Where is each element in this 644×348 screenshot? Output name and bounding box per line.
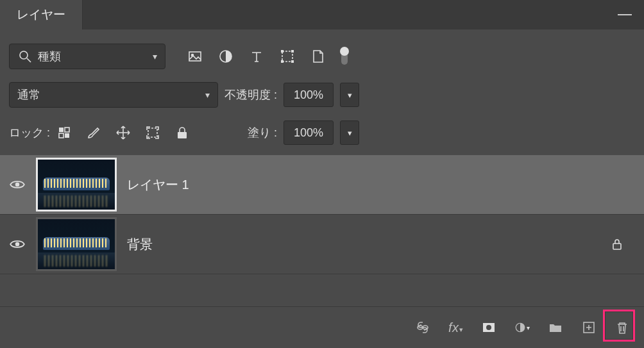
svg-point-17 [15, 242, 20, 247]
new-group-icon[interactable] [548, 320, 563, 335]
lock-brush-icon[interactable] [86, 125, 101, 140]
visibility-toggle[interactable] [9, 236, 26, 252]
new-layer-icon[interactable] [581, 320, 597, 335]
layer-thumbnail[interactable] [36, 217, 117, 271]
layer-row[interactable]: 背景 [0, 215, 644, 274]
chevron-down-icon: ▾ [153, 51, 157, 62]
svg-rect-8 [281, 60, 284, 63]
layer-kind-filter[interactable]: 種類 ▾ [9, 44, 165, 69]
svg-rect-13 [65, 133, 69, 138]
svg-rect-2 [189, 52, 201, 61]
svg-rect-18 [613, 244, 621, 249]
blend-mode-select[interactable]: 通常 ▾ [9, 82, 218, 108]
shape-filter-icon[interactable] [280, 49, 295, 64]
lock-all-icon[interactable] [174, 125, 190, 140]
chevron-down-icon: ▾ [348, 90, 352, 100]
visibility-toggle[interactable] [9, 177, 26, 192]
layer-kind-filter-label: 種類 [38, 49, 61, 64]
chevron-down-icon: ▾ [205, 90, 210, 100]
svg-rect-11 [65, 128, 69, 132]
smartobject-filter-icon[interactable] [310, 49, 326, 64]
link-layers-icon[interactable] [415, 320, 430, 335]
delete-layer-icon[interactable] [614, 320, 630, 335]
lock-icon-group [56, 125, 190, 140]
tab-layers-label: レイヤー [17, 6, 65, 23]
header-spacer [83, 0, 606, 29]
panel-menu-button[interactable] [606, 0, 644, 29]
opacity-dropdown[interactable]: ▾ [340, 83, 359, 107]
panel-header: レイヤー [0, 0, 644, 29]
chevron-down-icon: ▾ [348, 128, 352, 138]
layer-name[interactable]: レイヤー 1 [127, 176, 189, 194]
layer-row[interactable]: レイヤー 1 [0, 155, 644, 215]
fill-value: 100% [294, 126, 323, 140]
fill-input[interactable]: 100% [284, 120, 334, 145]
blend-mode-value: 通常 [17, 87, 40, 103]
hamburger-icon [618, 14, 632, 15]
opacity-label: 不透明度 : [225, 87, 277, 103]
filter-row: 種類 ▾ [0, 29, 644, 76]
opacity-input[interactable]: 100% [284, 83, 334, 107]
adjustment-filter-icon[interactable] [218, 49, 233, 64]
svg-rect-9 [291, 60, 294, 63]
fill-dropdown[interactable]: ▾ [340, 120, 359, 145]
svg-rect-5 [282, 51, 292, 62]
fill-label: 塗り : [248, 125, 277, 140]
svg-rect-14 [148, 128, 157, 137]
add-mask-icon[interactable] [481, 320, 496, 335]
layer-name[interactable]: 背景 [127, 236, 153, 253]
layer-thumbnail[interactable] [36, 158, 117, 211]
image-filter-icon[interactable] [187, 49, 203, 64]
search-icon [17, 49, 33, 64]
filter-toggle[interactable] [341, 48, 348, 65]
svg-rect-12 [59, 133, 64, 138]
opacity-value: 100% [294, 88, 323, 102]
lock-pixels-icon[interactable] [56, 125, 72, 140]
layer-list: レイヤー 1 背景 [0, 155, 644, 274]
svg-point-0 [20, 51, 28, 59]
lock-row: ロック : 塗り : 100% ▾ [0, 114, 644, 151]
lock-artboard-icon[interactable] [145, 125, 160, 140]
new-adjustment-layer-icon[interactable]: ▾ [514, 320, 530, 335]
svg-rect-10 [59, 128, 64, 132]
type-filter-icon[interactable] [249, 49, 264, 64]
svg-point-22 [486, 325, 491, 330]
layer-style-icon[interactable]: fx▾ [448, 320, 463, 335]
filter-icon-group [187, 48, 348, 65]
tab-layers[interactable]: レイヤー [0, 0, 83, 29]
lock-label: ロック : [9, 125, 50, 140]
svg-point-16 [15, 183, 20, 187]
svg-rect-15 [178, 132, 187, 138]
layers-panel: レイヤー 種類 ▾ [0, 0, 644, 348]
lock-position-icon[interactable] [115, 125, 131, 140]
layer-lock-icon[interactable] [609, 236, 625, 252]
svg-line-1 [27, 58, 31, 62]
panel-footer: fx▾ ▾ [0, 306, 644, 348]
svg-rect-6 [281, 50, 284, 53]
svg-rect-7 [291, 50, 294, 53]
blend-row: 通常 ▾ 不透明度 : 100% ▾ [0, 76, 644, 114]
